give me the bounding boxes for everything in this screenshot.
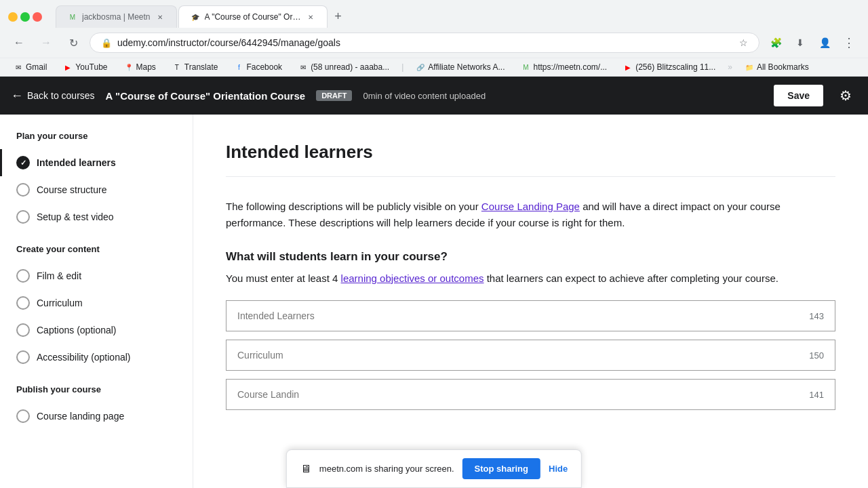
sidebar-label-accessibility: Accessibility (optional) bbox=[37, 352, 131, 363]
gmail-favicon: ✉ bbox=[14, 62, 23, 72]
bookmark-affiliate[interactable]: 🔗 Affiliate Networks A... bbox=[410, 61, 510, 73]
sidebar-circle-captions bbox=[16, 323, 30, 337]
app-header: ← Back to courses A "Course of Course" O… bbox=[0, 77, 868, 115]
browser-tab-meetn[interactable]: M jackbosma | Meetn ✕ bbox=[56, 5, 177, 28]
sidebar-item-intended-learners[interactable]: ✓ Intended learners bbox=[0, 149, 193, 176]
download-button[interactable]: ⬇ bbox=[789, 32, 811, 54]
sidebar-label-setup-test: Setup & test video bbox=[37, 211, 114, 222]
description-text: The following descriptions will be publi… bbox=[226, 199, 835, 231]
input-row-intended-learners: 143 bbox=[226, 300, 835, 331]
browser-tab-udemy[interactable]: 🎓 A "Course of Course" Orientati... ✕ bbox=[178, 5, 328, 28]
bookmark-facebook[interactable]: f Facebook bbox=[229, 61, 288, 73]
sub-text-prefix: You must enter at least 4 bbox=[226, 272, 341, 284]
new-tab-button[interactable]: + bbox=[329, 7, 348, 26]
more-menu-button[interactable]: ⋮ bbox=[838, 32, 860, 54]
bookmark-facebook-label: Facebook bbox=[246, 62, 282, 72]
char-count-curriculum: 150 bbox=[798, 350, 835, 361]
address-text: udemy.com/instructor/course/6442945/mana… bbox=[117, 37, 734, 48]
sidebar-item-setup-test[interactable]: Setup & test video bbox=[0, 203, 193, 230]
sidebar-label-curriculum: Curriculum bbox=[37, 298, 83, 308]
video-status-text: 0min of video content uploaded bbox=[363, 91, 763, 101]
sub-text-suffix: that learners can expect to achieve afte… bbox=[484, 272, 778, 284]
affiliate-favicon: 🔗 bbox=[416, 62, 425, 72]
sidebar-circle-course-landing bbox=[16, 409, 30, 423]
back-arrow-icon: ← bbox=[11, 89, 23, 103]
course-title: A "Course of Course" Orientation Course bbox=[106, 90, 306, 102]
bookmark-youtube[interactable]: ▶ YouTube bbox=[58, 61, 113, 73]
learning-objectives-link[interactable]: learning objectives or outcomes bbox=[341, 272, 484, 284]
screen-share-message: meetn.com is sharing your screen. bbox=[319, 464, 454, 474]
screen-share-icon: 🖥 bbox=[300, 463, 311, 475]
bookmark-translate[interactable]: T Translate bbox=[167, 61, 224, 73]
extensions-button[interactable]: 🧩 bbox=[765, 32, 787, 54]
close-button[interactable] bbox=[33, 12, 42, 22]
bookmark-separator: | bbox=[401, 62, 403, 72]
tab-favicon-udemy: 🎓 bbox=[190, 12, 201, 22]
email-favicon: ✉ bbox=[298, 62, 308, 72]
section-heading: What will students learn in your course? bbox=[226, 250, 835, 264]
sidebar-circle-curriculum bbox=[16, 296, 30, 310]
profile-button[interactable]: 👤 bbox=[814, 32, 835, 54]
sidebar: Plan your course ✓ Intended learners Cou… bbox=[0, 115, 193, 488]
youtube-favicon: ▶ bbox=[63, 62, 73, 72]
meetn-favicon: M bbox=[521, 62, 530, 72]
tab-title-meetn: jackbosma | Meetn bbox=[82, 12, 151, 22]
tab-close-udemy[interactable]: ✕ bbox=[305, 12, 316, 22]
course-landing-page-link[interactable]: Course Landing Page bbox=[481, 201, 580, 212]
sidebar-item-course-landing[interactable]: Course landing page bbox=[0, 403, 193, 430]
tab-close-meetn[interactable]: ✕ bbox=[155, 12, 165, 22]
back-to-courses-button[interactable]: ← Back to courses bbox=[11, 83, 95, 108]
bookmarks-bar: ✉ Gmail ▶ YouTube 📍 Maps T Translate f F… bbox=[0, 58, 868, 76]
bookmark-translate-label: Translate bbox=[184, 62, 218, 72]
content-area: Intended learners The following descript… bbox=[193, 115, 868, 488]
tab-favicon-meetn: M bbox=[67, 12, 78, 22]
screen-share-banner: 🖥 meetn.com is sharing your screen. Stop… bbox=[286, 449, 582, 488]
bookmark-gmail-label: Gmail bbox=[26, 62, 47, 72]
sidebar-circle-film-edit bbox=[16, 269, 30, 283]
char-count-intended-learners: 143 bbox=[798, 311, 835, 321]
settings-icon[interactable]: ⚙ bbox=[834, 82, 857, 109]
bookmark-all[interactable]: 📁 All Bookmarks bbox=[739, 61, 814, 73]
bookmark-email-label: (58 unread) - aaaba... bbox=[311, 62, 389, 72]
sidebar-item-course-structure[interactable]: Course structure bbox=[0, 176, 193, 203]
curriculum-input[interactable] bbox=[226, 340, 798, 370]
sidebar-circle-course-structure bbox=[16, 183, 30, 197]
course-landing-input[interactable] bbox=[226, 380, 798, 409]
bookmark-blitzscaling[interactable]: ▶ (256) Blitzscaling 11... bbox=[618, 61, 721, 73]
sidebar-item-captions[interactable]: Captions (optional) bbox=[0, 317, 193, 344]
sidebar-label-captions: Captions (optional) bbox=[37, 325, 117, 336]
forward-nav-button[interactable]: → bbox=[35, 32, 57, 54]
bookmark-email[interactable]: ✉ (58 unread) - aaaba... bbox=[293, 61, 395, 73]
minimize-button[interactable] bbox=[8, 12, 18, 22]
bookmark-meetn-label: https://meetn.com/... bbox=[533, 62, 607, 72]
sidebar-circle-setup-test bbox=[16, 210, 30, 224]
sidebar-label-film-edit: Film & edit bbox=[37, 270, 81, 281]
input-row-curriculum: 150 bbox=[226, 340, 835, 371]
maximize-button[interactable] bbox=[20, 12, 30, 22]
sidebar-label-course-structure: Course structure bbox=[37, 184, 106, 195]
draft-badge: DRAFT bbox=[316, 90, 352, 101]
sidebar-section-plan: Plan your course bbox=[0, 131, 193, 149]
address-bar[interactable]: 🔒 udemy.com/instructor/course/6442945/ma… bbox=[90, 33, 760, 53]
sidebar-check-intended: ✓ bbox=[16, 156, 30, 169]
sidebar-section-create: Create your content bbox=[0, 244, 193, 262]
allbookmarks-favicon: 📁 bbox=[745, 62, 754, 72]
bookmark-meetn[interactable]: M https://meetn.com/... bbox=[515, 61, 612, 73]
back-nav-button[interactable]: ← bbox=[8, 32, 30, 54]
sidebar-item-curriculum[interactable]: Curriculum bbox=[0, 289, 193, 317]
bookmark-gmail[interactable]: ✉ Gmail bbox=[8, 61, 52, 73]
save-button[interactable]: Save bbox=[774, 85, 823, 106]
intended-learners-input[interactable] bbox=[226, 301, 798, 331]
lock-icon: 🔒 bbox=[101, 38, 112, 48]
hide-banner-button[interactable]: Hide bbox=[549, 464, 568, 474]
bookmark-maps[interactable]: 📍 Maps bbox=[119, 61, 161, 73]
bookmark-star-icon[interactable]: ☆ bbox=[739, 37, 748, 48]
reload-button[interactable]: ↻ bbox=[62, 32, 84, 54]
description-prefix: The following descriptions will be publi… bbox=[226, 201, 481, 212]
bookmark-youtube-label: YouTube bbox=[75, 62, 107, 72]
bookmark-affiliate-label: Affiliate Networks A... bbox=[428, 62, 505, 72]
stop-sharing-button[interactable]: Stop sharing bbox=[462, 458, 540, 479]
bookmark-maps-label: Maps bbox=[136, 62, 156, 72]
sidebar-item-accessibility[interactable]: Accessibility (optional) bbox=[0, 344, 193, 371]
sidebar-item-film-edit[interactable]: Film & edit bbox=[0, 262, 193, 289]
